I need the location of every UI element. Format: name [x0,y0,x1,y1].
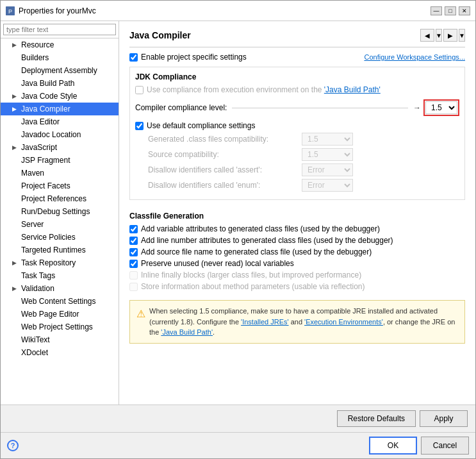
enum-select[interactable]: Error [302,179,353,192]
arrow-icon: ▶ [12,144,21,151]
sidebar-item-xdoclet[interactable]: XDoclet [1,346,119,359]
sidebar-item-web-project-settings[interactable]: Web Project Settings [1,321,119,333]
minimize-button[interactable]: — [431,6,442,15]
sidebar-item-label: Java Code Style [21,92,77,101]
sidebar-item-wikitext[interactable]: WikiText [1,333,119,346]
java-build-path-link2[interactable]: 'Java Build Path' [161,328,213,336]
sidebar-item-targeted-runtimes[interactable]: Targeted Runtimes [1,244,119,256]
ok-button[interactable]: OK [369,437,417,455]
sidebar-item-service-policies[interactable]: Service Policies [1,231,119,244]
classfile-checkbox-4[interactable] [129,271,138,280]
sidebar-item-web-page-editor[interactable]: Web Page Editor [1,308,119,321]
apply-button[interactable]: Apply [420,410,468,427]
sidebar-item-label: JSP Fragment [21,156,70,165]
bottom-right: Restore Defaults Apply [337,410,468,427]
sidebar-item-java-code-style[interactable]: ▶ Java Code Style [1,90,119,103]
sidebar: ▶ Resource Builders Deployment Assembly … [1,21,119,405]
sidebar-item-label: Deployment Assembly [21,66,97,75]
sidebar-item-builders[interactable]: Builders [1,51,119,64]
footer-right: OK Cancel [369,437,469,455]
nav-down-button[interactable]: ▼ [436,29,442,42]
sidebar-item-web-content-settings[interactable]: Web Content Settings [1,295,119,308]
filter-input[interactable] [3,24,116,35]
sidebar-item-run-debug-settings[interactable]: Run/Debug Settings [1,205,119,218]
close-button[interactable]: ✕ [459,6,470,15]
enable-specific-row: Enable project specific settings [129,53,247,62]
sidebar-item-jsp-fragment[interactable]: JSP Fragment [1,154,119,167]
sidebar-item-task-repository[interactable]: ▶ Task Repository [1,256,119,269]
classfile-item-5: Store information about method parameter… [129,282,465,291]
sidebar-item-label: Builders [21,53,49,62]
execution-environments-link[interactable]: 'Execution Environments' [304,318,383,326]
panel-title: Java Compiler [129,30,191,40]
enable-specific-label: Enable project specific settings [141,53,247,62]
enable-specific-checkbox[interactable] [129,53,138,62]
sidebar-item-validation[interactable]: ▶ Validation [1,282,119,295]
classfile-item-3: Preserve unused (never read) local varia… [129,259,465,268]
sidebar-item-label: WikiText [21,335,50,344]
help-button[interactable]: ? [7,440,19,451]
sidebar-item-javadoc-location[interactable]: Javadoc Location [1,128,119,141]
sidebar-item-java-compiler[interactable]: ▶ Java Compiler [1,103,119,115]
use-default-checkbox[interactable] [135,122,144,130]
sidebar-item-label: Javadoc Location [21,130,81,139]
cancel-button[interactable]: Cancel [421,437,469,455]
generated-class-row: Generated .class files compatibility: 1.… [135,133,459,146]
sidebar-item-label: Project References [21,194,86,203]
enum-label: Disallow identifiers called 'enum': [135,181,302,190]
compliance-level-select[interactable]: 1.3 1.4 1.5 1.6 1.7 1.8 [425,101,457,114]
arrow-icon: ▶ [12,93,21,99]
sidebar-item-label: JavaScript [21,143,57,152]
nav-down2-button[interactable]: ▼ [459,29,465,42]
sidebar-item-java-editor[interactable]: Java Editor [1,115,119,128]
classfile-checkbox-1[interactable] [129,237,138,245]
nav-fwd-button[interactable]: ▶ [443,29,457,42]
filter-box [1,21,119,38]
sidebar-item-label: Web Content Settings [21,297,96,306]
maximize-button[interactable]: □ [445,6,456,15]
classfile-checkbox-2[interactable] [129,248,138,256]
title-controls: — □ ✕ [431,6,470,15]
configure-workspace-link[interactable]: Configure Workspace Settings... [364,53,465,61]
java-build-path-link[interactable]: 'Java Build Path' [324,85,381,94]
assert-select[interactable]: Error [302,163,353,176]
source-compat-row: Source compatibility: 1.5 [135,148,459,161]
generated-class-select[interactable]: 1.5 [302,133,353,146]
sidebar-item-javascript[interactable]: ▶ JavaScript [1,141,119,154]
restore-defaults-button[interactable]: Restore Defaults [337,410,416,427]
sidebar-item-label: Project Facets [21,181,70,190]
classfile-label-0: Add variable attributes to generated cla… [141,224,380,233]
classfile-section: Classfile Generation Add variable attrib… [129,205,465,294]
sidebar-item-deployment-assembly[interactable]: Deployment Assembly [1,64,119,77]
sidebar-item-maven[interactable]: Maven [1,167,119,179]
nav-controls: ◀ ▼ ▶ ▼ [420,29,465,42]
sidebar-item-label: Service Policies [21,233,76,242]
classfile-label-3: Preserve unused (never read) local varia… [141,259,294,268]
sidebar-item-task-tags[interactable]: Task Tags [1,269,119,282]
sidebar-item-label: Run/Debug Settings [21,207,90,216]
sidebar-item-resource[interactable]: ▶ Resource [1,38,119,51]
use-compliance-label: Use compliance from execution environmen… [147,85,381,94]
jdk-section-title: JDK Compliance [135,72,459,81]
arrow-icon: ▶ [12,285,21,292]
sidebar-item-project-references[interactable]: Project References [1,192,119,205]
source-compat-select[interactable]: 1.5 [302,148,353,161]
enum-row: Disallow identifiers called 'enum': Erro… [135,179,459,192]
source-compat-label: Source compatibility: [135,150,302,159]
sidebar-item-label: XDoclet [21,348,48,357]
classfile-checkbox-0[interactable] [129,225,138,233]
installed-jres-link[interactable]: 'Installed JREs' [241,318,289,326]
sidebar-item-server[interactable]: Server [1,218,119,231]
compliance-arrow-icon: → [413,103,421,112]
classfile-item-4: Inline finally blocks (larger class file… [129,271,465,280]
classfile-checkbox-5[interactable] [129,283,138,291]
classfile-checkbox-3[interactable] [129,260,138,268]
sidebar-item-label: Task Tags [21,271,55,280]
sidebar-item-java-build-path[interactable]: Java Build Path [1,77,119,90]
use-compliance-checkbox[interactable] [135,86,144,94]
dialog-title: Properties for yourMvc [19,6,431,15]
generated-class-label: Generated .class files compatibility: [135,135,302,144]
jdk-compliance-section: JDK Compliance Use compliance from execu… [129,67,465,200]
nav-back-button[interactable]: ◀ [420,29,434,42]
sidebar-item-project-facets[interactable]: Project Facets [1,179,119,192]
